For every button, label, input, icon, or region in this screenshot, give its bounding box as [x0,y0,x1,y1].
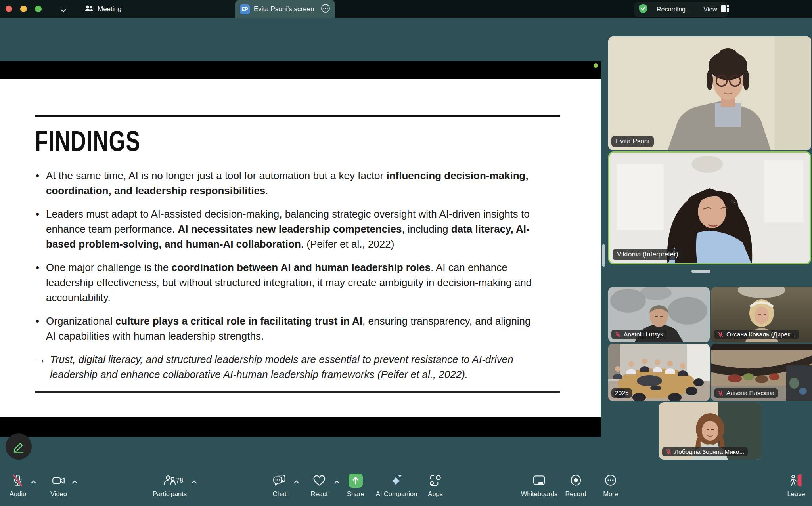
bullet-item: Leaders must adapt to AI-assisted decisi… [35,206,542,252]
window-titlebar: Meeting EP Evita Psoni's screen Recordin… [0,0,812,18]
drag-handle[interactable] [691,270,710,273]
chat-label: Chat [273,490,287,498]
participant-video [609,153,810,263]
participants-icon [162,472,177,489]
name-badge: Оксана Коваль (Дирек... [714,330,799,339]
whiteboard-icon [532,472,547,489]
ai-companion-label: AI Companion [376,490,417,498]
mic-muted-icon [666,449,672,455]
video-button[interactable]: Video [50,472,67,498]
whiteboards-button[interactable]: Whiteboards [521,472,558,498]
share-label: Share [347,490,364,498]
ep-badge: EP [240,4,250,14]
close-window-button[interactable] [6,6,12,12]
chevron-down-icon[interactable] [60,7,67,14]
recording-panel: Recording... View [634,2,728,17]
apps-icon [428,472,443,489]
leave-label: Leave [787,490,805,498]
name-badge: Лободіна Зоряна Мико... [662,447,748,456]
titlebar-right-area [335,0,812,18]
mic-muted-icon [718,390,724,396]
presenter-active-dot [594,63,598,68]
video-tile-lobodina-zoryana[interactable]: Лободіна Зоряна Мико... [659,402,761,460]
leave-button[interactable]: Leave [787,472,805,498]
tab-options-icon[interactable] [321,4,330,15]
mic-muted-icon [615,332,621,338]
participant-video [608,36,811,150]
slide-rule-top [35,115,560,117]
layout-view-icon[interactable] [720,5,729,14]
react-button[interactable]: React [310,472,327,498]
name-badge: Evita Psoni [611,136,654,147]
more-button[interactable]: More [603,472,618,498]
more-ellipsis-icon [603,472,618,489]
react-options-caret[interactable] [334,478,340,485]
view-button-label[interactable]: View [703,6,717,13]
ai-companion-button[interactable]: AI Companion [376,472,417,498]
video-tile-oksana-koval[interactable]: Оксана Коваль (Дирек... [711,287,812,342]
video-label: Video [50,490,67,498]
more-label: More [603,490,618,498]
scrollbar-thumb[interactable] [602,244,605,267]
mic-muted-icon [718,332,724,338]
shield-icon [638,4,648,15]
shared-screen-region: FINDINGS At the same time, AI is no long… [0,61,601,437]
audio-label: Audio [10,490,26,498]
video-tile-evita-psoni[interactable]: Evita Psoni [608,36,811,150]
camera-icon [51,472,66,489]
presentation-slide: FINDINGS At the same time, AI is no long… [0,79,601,417]
bullet-item: Organizational culture plays a critical … [35,313,542,344]
slide-takeaway: → Trust, digital literacy, and structure… [35,352,542,382]
video-tile-anatolii-lutsyk[interactable]: Anatolii Lutsyk [608,287,710,342]
tab-meeting-label: Meeting [98,5,121,13]
mic-muted-icon [10,472,25,489]
react-label: React [310,490,327,498]
name-badge: Viktoriia (Interpreter) [613,249,683,260]
people-icon [84,4,94,14]
record-icon [568,472,583,489]
leave-door-icon [788,472,804,489]
bullet-item: One major challenge is the coordination … [35,260,542,305]
participants-label: Participants [153,490,187,498]
record-label: Record [565,490,586,498]
share-screen-icon [348,472,364,489]
tab-screen-share-label: Evita Psoni's screen [254,5,317,13]
presentation-letterbox-bottom [0,417,601,437]
slide-title: FINDINGS [35,126,411,157]
apps-label: Apps [428,490,443,498]
chat-options-caret[interactable] [293,478,299,485]
name-badge: 2025 [611,388,632,398]
video-tile-viktoriia-interpreter[interactable]: Viktoriia (Interpreter) [608,151,811,264]
fullscreen-window-button[interactable] [35,6,42,12]
video-options-caret[interactable] [72,478,78,485]
participants-options-caret[interactable] [191,478,197,485]
participants-count: 78 [176,477,183,484]
ai-companion-icon [389,472,404,489]
name-badge: Anatolii Lutsyk [611,330,667,339]
whiteboards-label: Whiteboards [521,490,558,498]
share-button[interactable]: Share [347,472,364,498]
minimize-window-button[interactable] [20,6,27,12]
presentation-letterbox-top [0,61,601,79]
slide-bullet-list: At the same time, AI is no longer just a… [35,168,542,344]
name-badge: Альона Пляскіна [714,388,778,398]
slide-rule-bottom [35,391,560,393]
apps-button[interactable]: Apps [428,472,443,498]
chat-button[interactable]: Chat [272,472,287,498]
heart-icon [312,472,327,489]
pencil-icon [11,439,26,454]
recording-status-label: Recording... [657,6,691,13]
audio-options-caret[interactable] [31,478,36,485]
bullet-item: At the same time, AI is no longer just a… [35,168,542,198]
chat-icon [272,472,287,489]
participants-button[interactable]: Participants [153,472,187,498]
tab-meeting[interactable]: Meeting [84,0,121,18]
zoom-meeting-window: { "window": { "meeting_tab_label": "Meet… [0,0,812,506]
video-tile-alona-plyaskina[interactable]: Альона Пляскіна [711,344,812,401]
arrow-icon: → [35,352,46,382]
record-button[interactable]: Record [565,472,586,498]
tab-screen-share[interactable]: EP Evita Psoni's screen [235,0,335,18]
annotate-button[interactable] [6,433,32,460]
audio-button[interactable]: Audio [10,472,26,498]
video-tile-2025-room[interactable]: 2025 [608,344,710,401]
